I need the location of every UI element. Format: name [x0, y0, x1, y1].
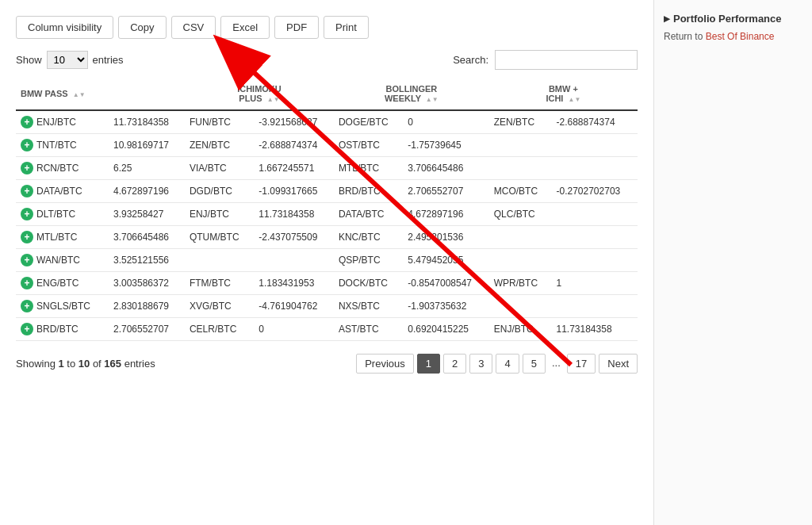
table-cell: ENJ/BTC [489, 318, 552, 341]
table-cell[interactable]: +RCN/BTC [16, 157, 109, 180]
next-button[interactable]: Next [599, 354, 638, 374]
search-input[interactable] [495, 50, 638, 70]
table-cell: 11.73184358 [551, 318, 638, 341]
table-cell: 6.25 [109, 157, 185, 180]
expand-icon[interactable]: + [21, 323, 33, 335]
showing-from: 1 [58, 358, 63, 370]
table-row: +DLT/BTC3.93258427ENJ/BTC11.73184358DATA… [16, 203, 638, 226]
showing-total: 165 [104, 358, 121, 370]
sidebar-return-link[interactable]: Return to Best Of Binance [664, 31, 802, 42]
sidebar: Portfolio Performance Return to Best Of … [653, 0, 812, 525]
expand-icon[interactable]: + [21, 208, 33, 220]
table-cell: 1 [551, 272, 638, 295]
search-label: Search: [453, 54, 488, 66]
table-cell: 11.73184358 [254, 203, 334, 226]
best-of-binance-link[interactable]: Best Of Binance [706, 31, 775, 42]
excel-button[interactable]: Excel [220, 16, 270, 39]
page-button-1[interactable]: 1 [417, 354, 440, 374]
expand-icon[interactable]: + [21, 162, 33, 174]
page-button-2[interactable]: 2 [443, 354, 466, 374]
pair-label: DATA/BTC [36, 186, 82, 197]
entries-label: entries [93, 54, 124, 66]
table-cell: 3.003586372 [109, 272, 185, 295]
col-bmw-ichi[interactable]: BMW +ICHI ▲▼ [489, 78, 638, 110]
table-cell: QTUM/BTC [185, 226, 254, 249]
csv-button[interactable]: CSV [171, 16, 216, 39]
table-cell: 2.706552707 [403, 180, 488, 203]
col-bollinger[interactable]: BOLLINGERWEEKLY ▲▼ [334, 78, 489, 110]
expand-icon[interactable]: + [21, 116, 33, 128]
pair-label: TNT/BTC [36, 140, 77, 151]
showing-to: 10 [79, 358, 90, 370]
table-row: +SNGLS/BTC2.830188679XVG/BTC-4.761904762… [16, 295, 638, 318]
table-cell: -2.688874374 [551, 110, 638, 134]
table-cell[interactable]: +SNGLS/BTC [16, 295, 109, 318]
pair-label: DLT/BTC [36, 209, 75, 220]
expand-icon[interactable]: + [21, 139, 33, 151]
pair-label: WAN/BTC [36, 255, 80, 266]
table-cell: ZEN/BTC [489, 110, 552, 134]
table-cell: CELR/BTC [185, 318, 254, 341]
table-cell: 3.525121556 [109, 249, 185, 272]
table-cell[interactable]: +ENJ/BTC [16, 110, 109, 134]
table-cell: XVG/BTC [185, 295, 254, 318]
table-cell: KNC/BTC [334, 226, 403, 249]
page-button-3[interactable]: 3 [469, 354, 492, 374]
table-cell: 4.672897196 [403, 203, 488, 226]
table-cell[interactable]: +WAN/BTC [16, 249, 109, 272]
col-ichimoku[interactable]: ICHIMOKUPLUS ▲▼ [185, 78, 334, 110]
table-cell[interactable]: +MTL/BTC [16, 226, 109, 249]
table-cell: 1.183431953 [254, 272, 334, 295]
print-button[interactable]: Print [324, 16, 369, 39]
pair-label: SNGLS/BTC [36, 301, 90, 312]
table-row: +WAN/BTC3.525121556QSP/BTC5.479452055 [16, 249, 638, 272]
return-label: Return to [664, 31, 706, 42]
page-button-5[interactable]: 5 [523, 354, 546, 374]
table-row: +TNT/BTC10.98169717ZEN/BTC-2.688874374OS… [16, 134, 638, 157]
pair-label: MTL/BTC [36, 232, 77, 243]
copy-button[interactable]: Copy [118, 16, 166, 39]
table-cell [489, 226, 552, 249]
table-cell: 10.98169717 [109, 134, 185, 157]
pair-label: RCN/BTC [36, 163, 79, 174]
search-box: Search: [453, 50, 638, 70]
table-cell [489, 249, 552, 272]
page-button-17[interactable]: 17 [567, 354, 596, 374]
return-link-text: Best Of Binance [706, 31, 775, 42]
expand-icon[interactable]: + [21, 277, 33, 289]
column-visibility-button[interactable]: Column visibility [16, 16, 113, 39]
sidebar-title: Portfolio Performance [664, 13, 802, 25]
show-entries-select[interactable]: 102550100 [47, 51, 88, 69]
expand-icon[interactable]: + [21, 254, 33, 266]
table-cell[interactable]: +TNT/BTC [16, 134, 109, 157]
expand-icon[interactable]: + [21, 300, 33, 312]
table-row: +MTL/BTC3.706645486QTUM/BTC-2.437075509K… [16, 226, 638, 249]
table-cell[interactable]: +DATA/BTC [16, 180, 109, 203]
table-cell: DATA/BTC [334, 203, 403, 226]
expand-icon[interactable]: + [21, 231, 33, 243]
pdf-button[interactable]: PDF [274, 16, 319, 39]
expand-icon[interactable]: + [21, 185, 33, 197]
table-cell: AST/BTC [334, 318, 403, 341]
table-cell: FTM/BTC [185, 272, 254, 295]
table-row: +ENG/BTC3.003586372FTM/BTC1.183431953DOC… [16, 272, 638, 295]
prev-button[interactable]: Previous [356, 354, 414, 374]
page-button-4[interactable]: 4 [496, 354, 519, 374]
table-cell: ENJ/BTC [185, 203, 254, 226]
table-cell: 1.667245571 [254, 157, 334, 180]
table-cell: OST/BTC [334, 134, 403, 157]
table-cell: BRD/BTC [334, 180, 403, 203]
col-bmw-pass[interactable]: BMW PASS ▲▼ [16, 78, 185, 110]
table-row: +BRD/BTC2.706552707CELR/BTC0AST/BTC0.692… [16, 318, 638, 341]
table-cell [489, 134, 552, 157]
table-cell[interactable]: +ENG/BTC [16, 272, 109, 295]
table-row: +DATA/BTC4.672897196DGD/BTC-1.099317665B… [16, 180, 638, 203]
table-cell: 3.706645486 [109, 226, 185, 249]
table-cell [551, 295, 638, 318]
table-cell[interactable]: +BRD/BTC [16, 318, 109, 341]
table-cell: -0.8547008547 [403, 272, 488, 295]
table-cell [185, 249, 254, 272]
table-cell: VIA/BTC [185, 157, 254, 180]
table-cell[interactable]: +DLT/BTC [16, 203, 109, 226]
table-cell: -4.761904762 [254, 295, 334, 318]
